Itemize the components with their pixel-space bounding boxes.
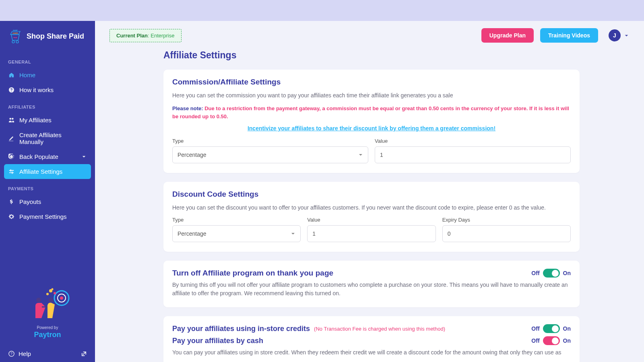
card-commission-settings: Commission/Affiliate Settings Here you c… — [163, 70, 580, 173]
commission-value-label: Value — [375, 138, 571, 144]
commission-type-label: Type — [172, 138, 368, 144]
nav-heading-payments: PAYMENTS — [4, 183, 91, 194]
svg-point-13 — [48, 298, 53, 302]
sidebar-item-payment-settings[interactable]: Payment Settings — [4, 209, 91, 224]
plan-badge: Current Plan: Enterprise — [109, 29, 182, 42]
sidebar-item-home[interactable]: Home — [4, 68, 91, 82]
nav-heading-affiliates: AFFILIATES — [4, 101, 91, 113]
card-desc: By turning this off you will not offer y… — [172, 281, 571, 298]
dollar-icon — [8, 199, 14, 205]
sidebar-item-label: My Affiliates — [19, 117, 52, 123]
plan-value: : Enterprise — [148, 33, 174, 39]
card-title-credits: Pay your affiliates using in-store credi… — [172, 325, 310, 333]
gear-icon — [8, 214, 14, 220]
sidebar-item-label: How it works — [19, 86, 54, 93]
toggle-off-label: Off — [531, 270, 539, 276]
commission-type-select[interactable]: Percentage — [172, 146, 368, 163]
main: Current Plan: Enterprise Upgrade Plan Tr… — [95, 21, 644, 362]
sidebar-item-create-affiliates[interactable]: Create Affiliates Manually — [4, 128, 91, 149]
user-menu[interactable]: J — [609, 29, 630, 41]
sidebar-illustration — [19, 286, 76, 322]
expiry-days-label: Expiry Days — [442, 217, 571, 223]
toggle-on-label: On — [563, 270, 571, 276]
sidebar-item-label: Payouts — [19, 198, 41, 205]
sidebar-item-payouts[interactable]: Payouts — [4, 194, 91, 209]
svg-point-11 — [52, 288, 54, 290]
chevron-down-icon — [623, 32, 630, 39]
svg-point-9 — [54, 292, 56, 294]
avatar: J — [609, 29, 621, 41]
card-desc: Here you can set the discount you want t… — [172, 204, 571, 212]
brand-logo-icon: SHOPSHAREPAID — [7, 28, 23, 44]
page-title: Affiliate Settings — [163, 50, 580, 61]
toggle-on-label: On — [563, 337, 571, 344]
card-discount-settings: Discount Code Settings Here you can set … — [163, 182, 580, 252]
toggle-off-label: Off — [531, 337, 539, 344]
help-circle-icon: ? — [8, 351, 14, 357]
payment-provider-name: Paytron — [6, 331, 89, 339]
plan-label: Current Plan — [116, 33, 148, 39]
commission-value-input[interactable] — [375, 146, 571, 163]
sliders-icon — [8, 169, 14, 175]
sidebar-item-label: Back Populate — [19, 153, 58, 160]
card-title: Commission/Affiliate Settings — [172, 78, 571, 86]
sidebar-item-my-affiliates[interactable]: My Affiliates — [4, 113, 91, 128]
svg-text:PAID: PAID — [13, 37, 17, 39]
home-icon — [8, 72, 14, 78]
refresh-icon — [8, 154, 14, 160]
discount-value-label: Value — [307, 217, 436, 223]
toggle-on-label: On — [563, 325, 571, 332]
sidebar-item-label: Affiliate Settings — [19, 168, 62, 175]
svg-text:?: ? — [10, 352, 12, 356]
discount-value-input[interactable] — [307, 225, 436, 242]
svg-point-10 — [46, 293, 49, 295]
discount-type-label: Type — [172, 217, 301, 223]
cash-toggle[interactable] — [543, 336, 560, 345]
help-label: Help — [19, 350, 31, 357]
card-title: Discount Code Settings — [172, 190, 571, 199]
toggle-off-label: Off — [531, 325, 539, 332]
users-icon — [8, 117, 14, 123]
thankyou-toggle[interactable] — [543, 269, 560, 278]
svg-text:SHOP: SHOP — [13, 29, 18, 31]
upgrade-plan-button[interactable]: Upgrade Plan — [481, 28, 534, 43]
sidebar-item-help[interactable]: ? Help — [0, 346, 95, 362]
sidebar-item-back-populate[interactable]: Back Populate — [4, 149, 91, 164]
brand: SHOPSHAREPAID Shop Share Paid — [0, 28, 95, 52]
topbar: Current Plan: Enterprise Upgrade Plan Tr… — [95, 21, 644, 50]
powered-by-label: Powered by — [6, 325, 89, 330]
chevron-down-icon — [80, 154, 87, 160]
no-fee-note: (No Transaction Fee is charged when usin… — [314, 326, 445, 332]
card-desc: You can pay your affiliates using in sto… — [172, 348, 571, 357]
card-title-cash: Pay your affiliates by cash — [172, 337, 263, 345]
svg-point-0 — [12, 41, 14, 43]
sidebar-item-how-it-works[interactable]: How it works — [4, 82, 91, 97]
credits-toggle[interactable] — [543, 324, 560, 333]
expiry-days-input[interactable] — [442, 225, 571, 242]
svg-point-12 — [36, 298, 41, 302]
svg-point-1 — [16, 41, 19, 43]
sidebar-item-label: Create Affiliates Manually — [19, 132, 87, 145]
discount-type-select[interactable]: Percentage — [172, 225, 301, 242]
card-desc: Here you can set the commission you want… — [172, 91, 571, 100]
card-thankyou-toggle: Turn off Affiliate program on thank you … — [163, 261, 580, 307]
sidebar: SHOPSHAREPAID Shop Share Paid GENERAL Ho… — [0, 21, 95, 362]
sidebar-item-label: Home — [19, 72, 35, 78]
external-link-icon — [80, 351, 87, 357]
nav-heading-general: GENERAL — [4, 56, 91, 68]
sidebar-item-affiliate-settings[interactable]: Affiliate Settings — [4, 164, 91, 179]
card-payment-method: Pay your affiliates using in-store credi… — [163, 316, 580, 362]
question-icon — [8, 87, 14, 93]
training-videos-button[interactable]: Training Videos — [540, 28, 598, 43]
svg-point-7 — [60, 296, 63, 300]
edit-icon — [8, 135, 14, 142]
card-note: Please note: Due to a restriction from t… — [172, 105, 571, 120]
brand-name: Shop Share Paid — [27, 32, 84, 41]
svg-text:SHARE: SHARE — [12, 32, 18, 34]
sidebar-item-label: Payment Settings — [19, 213, 67, 220]
card-title: Turn off Affiliate program on thank you … — [172, 269, 333, 278]
incentive-link[interactable]: Incentivize your affiliates to share the… — [172, 125, 571, 132]
